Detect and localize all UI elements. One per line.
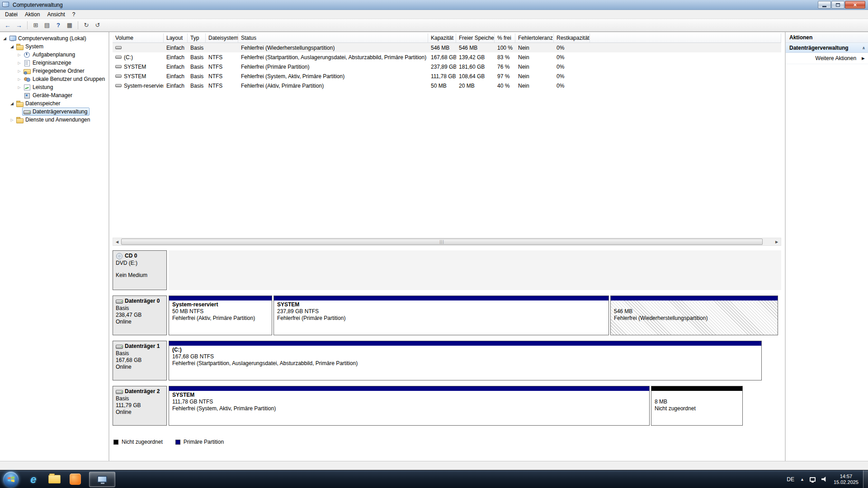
- actions-more[interactable]: Weitere Aktionen ▶: [786, 53, 868, 64]
- help-button[interactable]: ?: [53, 20, 64, 30]
- actions-section-datentraegerverwaltung[interactable]: Datenträgerverwaltung ∧: [786, 43, 868, 53]
- column-header-restkapazitaet[interactable]: Restkapazität: [554, 33, 590, 43]
- sidebar-item-freigegebene-ordner[interactable]: ▷ Freigegebene Ordner: [0, 67, 108, 75]
- expander-icon[interactable]: ▷: [9, 118, 15, 122]
- column-header-volume[interactable]: Volume: [113, 33, 164, 43]
- primary-partition-strip: [611, 296, 778, 300]
- performance-icon: [24, 84, 31, 90]
- volume-row-system-reserviert[interactable]: System-reserviert Einfach Basis NTFS Feh…: [113, 81, 781, 90]
- sidebar-item-datenspeicher[interactable]: ◢ Datenspeicher: [0, 99, 108, 108]
- primary-partition-strip: [274, 296, 609, 300]
- disk-graphical-view: CD 0 DVD (E:) Kein Medium Datenträger 0 …: [113, 246, 781, 461]
- sidebar-item-system[interactable]: ◢ System: [0, 42, 108, 51]
- back-button[interactable]: ←: [2, 20, 13, 30]
- submenu-arrow-icon: ▶: [862, 56, 865, 61]
- minimize-button[interactable]: [818, 1, 831, 9]
- primary-partition-swatch: [175, 440, 180, 445]
- properties-button[interactable]: ▦: [64, 20, 75, 30]
- sidebar-item-computerverwaltung[interactable]: ◢ Computerverwaltung (Lokal): [0, 34, 108, 42]
- taskbar-clock[interactable]: 14:57 15.02.2025: [830, 474, 863, 485]
- shared-folders-icon: [24, 68, 31, 74]
- expander-icon[interactable]: ▷: [16, 69, 22, 73]
- menu-hilfe[interactable]: ?: [69, 10, 79, 19]
- column-header-filler: [590, 33, 781, 43]
- partition-disk0-recovery[interactable]: 546 MB Fehlerfrei (Wiederherstellungspar…: [610, 296, 778, 335]
- content-area: ◢ Computerverwaltung (Lokal) ◢ System ▷ …: [0, 32, 868, 461]
- actions-panel: Aktionen Datenträgerverwaltung ∧ Weitere…: [785, 32, 868, 461]
- disk1-label[interactable]: Datenträger 1 Basis 167,68 GB Online: [113, 341, 167, 380]
- disk-row-cd0: CD 0 DVD (E:) Kein Medium: [113, 250, 781, 290]
- sidebar-item-leistung[interactable]: ▷ Leistung: [0, 83, 108, 91]
- refresh-button[interactable]: ↻: [81, 20, 92, 30]
- cd-drive-label[interactable]: CD 0 DVD (E:) Kein Medium: [113, 250, 167, 290]
- column-header-fehlertoleranz[interactable]: Fehlertoleranz: [515, 33, 554, 43]
- language-indicator[interactable]: DE: [783, 476, 797, 483]
- maximize-button[interactable]: [831, 1, 844, 9]
- column-header-status[interactable]: Status: [238, 33, 428, 43]
- expander-icon[interactable]: ▷: [16, 61, 22, 65]
- taskbar-internet-explorer-icon[interactable]: e: [23, 471, 44, 488]
- sidebar-item-ereignisanzeige[interactable]: ▷ Ereignisanzeige: [0, 59, 108, 67]
- forward-button[interactable]: →: [14, 20, 24, 30]
- taskbar: e DE ▲ 14:57 15.02.2025: [0, 470, 868, 488]
- show-console-tree-button[interactable]: ⊞: [30, 20, 41, 30]
- partition-disk1-c[interactable]: (C:) 167,68 GB NTFS Fehlerfrei (Startpar…: [169, 341, 762, 380]
- computer-icon: [9, 36, 16, 42]
- volume-row-system-2[interactable]: SYSTEM Einfach Basis NTFS Fehlerfrei (Sy…: [113, 71, 781, 81]
- partition-disk0-system[interactable]: SYSTEM 237,89 GB NTFS Fehlerfrei (Primär…: [274, 296, 609, 335]
- partition-disk2-unallocated[interactable]: 8 MB Nicht zugeordnet: [651, 386, 743, 426]
- expander-icon[interactable]: ▷: [16, 85, 22, 89]
- taskbar-media-app-icon[interactable]: [65, 471, 85, 488]
- legend-item-unallocated: Nicht zugeordnet: [113, 439, 163, 445]
- menubar: Datei Aktion Ansicht ?: [0, 10, 868, 19]
- expander-icon[interactable]: ◢: [9, 101, 15, 106]
- screen: Computerverwaltung × Datei Aktion Ansich…: [0, 0, 868, 488]
- expander-icon[interactable]: ▷: [16, 77, 22, 81]
- menu-aktion[interactable]: Aktion: [21, 10, 43, 19]
- show-desktop-button[interactable]: [863, 470, 868, 488]
- rescan-disks-button[interactable]: ↺: [92, 20, 103, 30]
- menu-datei[interactable]: Datei: [1, 10, 21, 19]
- sidebar-item-aufgabenplanung[interactable]: ▷ Aufgabenplanung: [0, 51, 108, 59]
- partition-disk2-system[interactable]: SYSTEM 111,78 GB NTFS Fehlerfrei (System…: [169, 386, 650, 426]
- sidebar-item-lokale-benutzer-und-gruppen[interactable]: ▷ Lokale Benutzer und Gruppen: [0, 75, 108, 83]
- cd-empty-region: [169, 250, 781, 290]
- volume-icon: [115, 75, 122, 78]
- hidden-icons-button[interactable]: ▲: [797, 477, 807, 482]
- close-button[interactable]: ×: [845, 1, 865, 9]
- expander-icon[interactable]: ▷: [16, 53, 22, 57]
- start-button[interactable]: [3, 472, 19, 487]
- scroll-left-button[interactable]: ◀: [113, 238, 121, 245]
- scroll-right-button[interactable]: ▶: [773, 238, 781, 245]
- titlebar[interactable]: Computerverwaltung ×: [0, 0, 868, 10]
- volume-row-recovery[interactable]: Einfach Basis Fehlerfrei (Wiederherstell…: [113, 43, 781, 52]
- volume-row-c[interactable]: (C:) Einfach Basis NTFS Fehlerfrei (Star…: [113, 52, 781, 62]
- disk2-label[interactable]: Datenträger 2 Basis 111,79 GB Online: [113, 386, 167, 426]
- expander-icon[interactable]: ◢: [9, 44, 15, 49]
- column-header-kapazitaet[interactable]: Kapazität: [428, 33, 456, 43]
- column-header-layout[interactable]: Layout: [164, 33, 188, 43]
- menu-ansicht[interactable]: Ansicht: [43, 10, 68, 19]
- scrollbar-thumb[interactable]: |||: [121, 239, 763, 245]
- taskbar-computer-management-button[interactable]: [89, 472, 115, 487]
- volume-list-header: Volume Layout Typ Dateisystem Status Kap…: [113, 33, 781, 43]
- taskbar-explorer-icon[interactable]: [44, 471, 65, 488]
- volume-row-system-1[interactable]: SYSTEM Einfach Basis NTFS Fehlerfrei (Pr…: [113, 62, 781, 71]
- column-header-prozent-frei[interactable]: % frei: [495, 33, 515, 43]
- column-header-dateisystem[interactable]: Dateisystem: [206, 33, 238, 43]
- computer-management-icon: [97, 476, 107, 483]
- column-header-typ[interactable]: Typ: [188, 33, 206, 43]
- sidebar-item-geraete-manager[interactable]: Geräte-Manager: [0, 91, 108, 99]
- network-icon[interactable]: [810, 477, 816, 482]
- column-header-freier-speicher[interactable]: Freier Speicher: [456, 33, 495, 43]
- expander-icon[interactable]: ◢: [2, 36, 8, 41]
- speaker-icon[interactable]: [821, 477, 827, 482]
- export-list-button[interactable]: ▤: [42, 20, 52, 30]
- sidebar-item-dienste-und-anwendungen[interactable]: ▷ Dienste und Anwendungen: [0, 116, 108, 124]
- horizontal-scrollbar[interactable]: ◀ ||| ▶: [113, 238, 781, 246]
- toolbar-separator: [78, 21, 78, 29]
- partition-disk0-system-reserviert[interactable]: System-reserviert 50 MB NTFS Fehlerfrei …: [169, 296, 272, 335]
- sidebar-item-datentraegerverwaltung[interactable]: Datenträgerverwaltung: [0, 108, 108, 116]
- collapse-chevron-icon[interactable]: ∧: [862, 46, 865, 50]
- disk0-label[interactable]: Datenträger 0 Basis 238,47 GB Online: [113, 296, 167, 335]
